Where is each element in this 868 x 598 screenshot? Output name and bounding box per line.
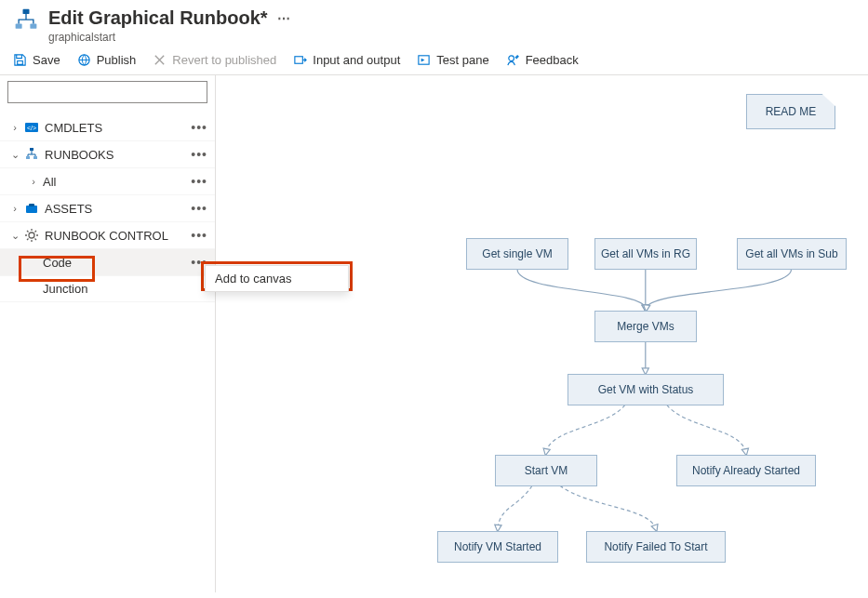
context-menu: Add to canvas (205, 265, 349, 292)
canvas-edges (216, 75, 868, 592)
library-tree: › </> CMDLETS ••• ⌄ RUNBOOKS ••• › All •… (0, 114, 215, 302)
node-merge-vms[interactable]: Merge VMs (594, 311, 697, 342)
node-notify-already-started[interactable]: Notify Already Started (676, 455, 816, 486)
chevron-down-icon: ⌄ (9, 230, 20, 242)
tree-item-cmdlets[interactable]: › </> CMDLETS ••• (0, 114, 215, 141)
svg-rect-2 (30, 24, 36, 29)
svg-rect-13 (29, 204, 34, 206)
node-get-all-vms-sub[interactable]: Get all VMs in Sub (737, 238, 847, 270)
test-pane-icon (417, 53, 431, 67)
svg-rect-1 (16, 24, 22, 29)
input-output-button[interactable]: Input and output (293, 53, 400, 67)
chevron-right-icon: › (9, 122, 20, 133)
more-icon[interactable]: ••• (191, 147, 207, 162)
svg-point-14 (29, 233, 34, 238)
node-readme[interactable]: READ ME (746, 94, 835, 129)
input-output-label: Input and output (313, 53, 400, 67)
tree-label: CMDLETS (45, 121, 191, 135)
node-get-all-vms-rg[interactable]: Get all VMs in RG (594, 238, 697, 270)
svg-rect-11 (33, 156, 37, 159)
main-area: › </> CMDLETS ••• ⌄ RUNBOOKS ••• › All •… (0, 74, 868, 592)
tree-item-assets[interactable]: › ASSETS ••• (0, 195, 215, 222)
test-pane-label: Test pane (436, 53, 488, 67)
input-output-icon (293, 53, 307, 67)
node-start-vm[interactable]: Start VM (495, 455, 597, 486)
more-icon[interactable]: ••• (191, 228, 207, 243)
more-icon[interactable]: ••• (191, 120, 207, 135)
feedback-label: Feedback (526, 53, 579, 67)
tree-item-runbooks[interactable]: ⌄ RUNBOOKS ••• (0, 141, 215, 168)
tree-label: All (43, 175, 191, 189)
svg-rect-4 (295, 57, 302, 64)
runbook-header-icon (13, 7, 39, 36)
svg-rect-0 (23, 9, 30, 14)
chevron-down-icon: ⌄ (9, 149, 20, 161)
feedback-button[interactable]: Feedback (506, 53, 579, 67)
toolbar: Save Publish Revert to published Input a… (0, 49, 868, 74)
node-get-vm-status[interactable]: Get VM with Status (568, 374, 724, 405)
tree-label: Junction (43, 282, 207, 296)
test-pane-button[interactable]: Test pane (417, 53, 488, 67)
search-input[interactable] (7, 81, 207, 103)
node-notify-vm-started[interactable]: Notify VM Started (437, 531, 558, 563)
chevron-right-icon: › (28, 176, 39, 187)
x-icon (153, 53, 167, 67)
node-notify-failed[interactable]: Notify Failed To Start (586, 531, 726, 563)
svg-point-6 (508, 56, 514, 61)
revert-button: Revert to published (153, 53, 276, 67)
page-header: Edit Graphical Runbook* ⋯ graphicalstart (0, 0, 868, 49)
tree-item-all[interactable]: › All ••• (0, 168, 215, 195)
tree-label: Code (43, 256, 191, 270)
publish-label: Publish (97, 53, 137, 67)
sidebar: › </> CMDLETS ••• ⌄ RUNBOOKS ••• › All •… (0, 75, 216, 592)
tree-item-code[interactable]: Code ••• (0, 249, 215, 276)
runbooks-icon (24, 147, 39, 162)
more-icon[interactable]: ••• (191, 201, 207, 216)
assets-icon (24, 201, 39, 216)
publish-button[interactable]: Publish (77, 53, 137, 67)
tree-item-runbook-control[interactable]: ⌄ RUNBOOK CONTROL ••• (0, 222, 215, 249)
svg-rect-10 (26, 156, 30, 159)
ellipsis-icon[interactable]: ⋯ (277, 11, 290, 26)
tree-label: ASSETS (45, 202, 191, 216)
svg-text:</>: </> (27, 125, 36, 131)
runbook-canvas[interactable]: READ ME Get single VM Get all VMs in RG … (216, 75, 868, 592)
tree-item-junction[interactable]: Junction (0, 276, 215, 302)
feedback-icon (506, 53, 520, 67)
page-title: Edit Graphical Runbook* (48, 7, 268, 29)
save-button[interactable]: Save (13, 53, 60, 67)
globe-icon (77, 53, 91, 67)
revert-label: Revert to published (172, 53, 276, 67)
chevron-right-icon: › (9, 203, 20, 214)
tree-label: RUNBOOKS (45, 148, 191, 162)
node-get-single-vm[interactable]: Get single VM (466, 238, 568, 270)
save-label: Save (33, 53, 60, 67)
cmdlets-icon: </> (24, 120, 39, 135)
save-icon (13, 53, 27, 67)
context-menu-add-to-canvas[interactable]: Add to canvas (206, 266, 348, 291)
more-icon[interactable]: ••• (191, 174, 207, 189)
gear-icon (24, 228, 39, 243)
svg-rect-12 (26, 206, 37, 213)
svg-rect-9 (30, 148, 33, 151)
tree-label: RUNBOOK CONTROL (45, 229, 191, 243)
page-subtitle: graphicalstart (48, 31, 290, 44)
